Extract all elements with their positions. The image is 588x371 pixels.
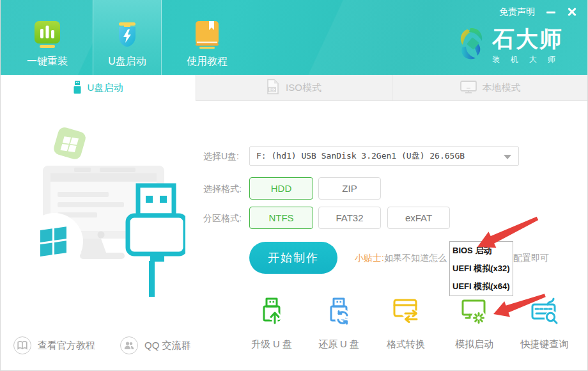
tip-text: 小贴士:如果不知道怎么	[355, 253, 447, 264]
tool-upgrade-usb[interactable]: 升级 U 盘	[238, 296, 305, 351]
link-label: 查看官方教程	[38, 340, 95, 352]
format-convert-icon	[391, 296, 421, 328]
partition-option-fat32[interactable]: FAT32	[318, 207, 381, 229]
tip-prefix: 小贴士:	[355, 253, 384, 263]
brand-logo: 石大师 装机大师	[456, 27, 566, 65]
people-circle-icon	[120, 336, 138, 354]
subtab-usb-boot[interactable]: U盘启动	[0, 75, 196, 101]
subtab-label: U盘启动	[88, 82, 123, 94]
disclaimer-link[interactable]: 免责声明	[499, 6, 535, 18]
main-content: 选择U盘: F: (hd1) USB SanDisk 3.2Gen1 (U盘) …	[0, 101, 588, 371]
usb-select-label: 选择U盘:	[203, 151, 239, 162]
tool-label: 还原 U 盘	[318, 338, 359, 351]
tool-hotkey-query[interactable]: 快捷键查询	[511, 296, 578, 351]
tool-label: 格式转换	[387, 338, 425, 351]
svg-text:ISO: ISO	[270, 88, 276, 91]
usb-restore-icon	[324, 296, 353, 328]
menu-item-uefi-x32[interactable]: UEFI 模拟(x32)	[450, 260, 513, 278]
tab-one-key-reinstall[interactable]: 一键重装	[12, 0, 83, 75]
start-make-button[interactable]: 开始制作	[249, 242, 337, 274]
tab-label: 使用教程	[187, 55, 228, 68]
format-option-zip[interactable]: ZIP	[318, 177, 381, 200]
tab-usb-boot[interactable]: U盘启动	[93, 0, 162, 75]
tip-text-tail: 配置即可	[513, 253, 549, 264]
tool-label: 升级 U 盘	[251, 338, 292, 351]
usb-computer-illustration	[19, 102, 185, 303]
format-option-hdd[interactable]: HDD	[249, 177, 313, 200]
brand-tagline: 装机大师	[492, 54, 566, 65]
subtab-label: 本地模式	[483, 82, 521, 94]
brand-name: 石大师	[492, 27, 566, 51]
chevron-down-icon	[504, 155, 511, 159]
close-button[interactable]	[565, 5, 579, 19]
tab-label: U盘启动	[108, 55, 146, 68]
usb-select[interactable]: F: (hd1) USB SanDisk 3.2Gen1 (U盘) 26.65G…	[249, 146, 519, 166]
iso-file-icon: ISO	[267, 79, 280, 97]
header: 一键重装 U盘启动	[0, 0, 588, 75]
menu-item-uefi-x64[interactable]: UEFI 模拟(x64)	[450, 278, 513, 296]
book-circle-icon	[13, 336, 31, 354]
menu-item-bios[interactable]: BIOS 启动	[450, 242, 513, 260]
link-label: QQ 交流群	[144, 340, 191, 352]
monitor-icon	[460, 81, 477, 95]
hotkey-keyboard-icon	[530, 296, 559, 328]
minimize-button[interactable]	[544, 5, 558, 19]
brand-logo-icon	[456, 27, 487, 65]
tab-label: 一键重装	[27, 55, 68, 68]
tab-tutorial[interactable]: 使用教程	[171, 0, 243, 75]
chart-icon	[32, 19, 63, 49]
boot-mode-menu: BIOS 启动 UEFI 模拟(x32) UEFI 模拟(x64)	[449, 241, 513, 296]
partition-option-ntfs[interactable]: NTFS	[249, 207, 313, 229]
tool-format-convert[interactable]: 格式转换	[373, 296, 439, 351]
official-tutorial-link[interactable]: 查看官方教程	[13, 336, 95, 354]
subtab-local-mode[interactable]: 本地模式	[392, 75, 588, 101]
tool-restore-usb[interactable]: 还原 U 盘	[306, 296, 372, 351]
qq-group-link[interactable]: QQ 交流群	[120, 336, 191, 354]
book-icon	[192, 19, 222, 49]
subtab-label: ISO模式	[286, 82, 321, 94]
simulate-boot-icon	[460, 296, 489, 328]
mode-tabs: U盘启动 ISO ISO模式 本地	[0, 75, 588, 101]
partition-label: 分区格式:	[203, 213, 242, 225]
usb-drive-icon	[73, 81, 82, 96]
tool-label: 快捷键查询	[521, 338, 569, 351]
format-label: 选择格式:	[203, 184, 242, 195]
subtab-iso-mode[interactable]: ISO ISO模式	[196, 75, 392, 101]
usb-upgrade-icon	[257, 296, 286, 328]
partition-option-exfat[interactable]: exFAT	[387, 207, 450, 229]
tool-label: 模拟启动	[455, 338, 493, 351]
usb-shield-icon	[112, 19, 143, 49]
app-window: 一键重装 U盘启动	[0, 0, 588, 371]
usb-select-value: F: (hd1) USB SanDisk 3.2Gen1 (U盘) 26.65G…	[256, 150, 465, 162]
tool-simulate-boot[interactable]: 模拟启动	[441, 296, 507, 351]
